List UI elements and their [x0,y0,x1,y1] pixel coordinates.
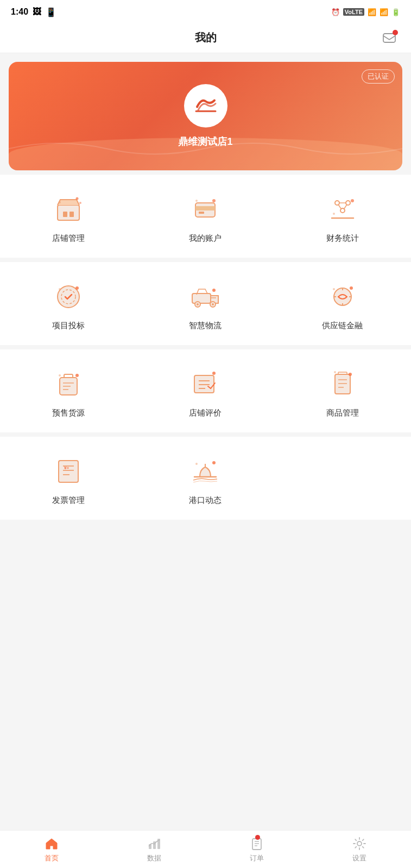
svg-rect-40 [335,374,350,394]
signal-icon: 📶 [380,8,388,16]
volte-icon: VoLTE [343,8,364,16]
svg-point-45 [334,371,336,373]
my-account-icon [187,191,224,228]
status-time: 1:40 🖼 📱 [11,7,56,17]
battery-icon: 🔋 [391,8,400,16]
svg-point-54 [195,463,198,465]
svg-point-26 [197,303,199,305]
status-phone-icon: 📱 [46,7,56,17]
goods-mgmt-label: 商品管理 [326,408,359,418]
status-img-icon: 🖼 [33,7,41,17]
menu-item-presale[interactable]: 预售货源 [0,355,137,427]
invoice-icon: ¥= [50,453,87,490]
menu-section-1: 店铺管理 我的账户 [0,175,411,258]
menu-item-shop-mgmt[interactable]: 店铺管理 [0,180,137,252]
nav-home[interactable]: 首页 [0,831,103,868]
settings-nav-icon [352,836,367,851]
svg-rect-9 [195,206,215,210]
project-bid-icon [50,278,87,315]
svg-text:¥=: ¥= [64,465,69,470]
time-display: 1:40 [11,7,28,17]
presale-icon [50,366,87,403]
svg-point-17 [351,199,354,202]
wifi-icon: 📶 [368,8,376,16]
nav-settings[interactable]: 设置 [308,831,411,868]
status-right-icons: ⏰ VoLTE 📶 📶 🔋 [331,8,400,16]
menu-section-3: 预售货源 店铺评价 [0,349,411,432]
home-nav-icon [44,836,59,851]
svg-rect-2 [58,205,79,220]
menu-grid-4: ¥= 发票管理 港口动态 [0,442,411,514]
bottom-nav: 首页 数据 订单 [0,830,411,868]
menu-section-4: ¥= 发票管理 港口动态 [0,437,411,520]
svg-point-31 [333,288,335,290]
my-account-label: 我的账户 [189,233,222,244]
shop-review-icon [187,366,224,403]
port-news-label: 港口动态 [189,495,222,506]
page-header: 我的 [0,24,411,53]
presale-label: 预售货源 [52,408,85,418]
content-area: 已认证 鼎维测试店1 [0,62,411,567]
svg-point-7 [79,202,81,204]
menu-item-project-bid[interactable]: 项目投标 [0,267,137,340]
svg-point-22 [59,288,61,290]
supply-chain-icon [324,278,361,315]
page-title: 我的 [195,31,217,43]
svg-point-27 [212,303,214,305]
logistics-icon [187,278,224,315]
svg-point-6 [76,197,79,200]
svg-point-39 [212,372,216,375]
menu-item-shop-review[interactable]: 店铺评价 [137,355,274,427]
svg-point-29 [334,288,351,305]
avatar [184,84,227,127]
svg-rect-46 [59,461,78,482]
finance-icon [324,191,361,228]
invoice-label: 发票管理 [52,495,85,506]
nav-orders-label: 订单 [250,853,264,863]
menu-item-port-news[interactable]: 港口动态 [137,442,274,514]
svg-point-34 [59,374,61,376]
brand-logo [191,91,221,121]
message-button[interactable] [378,28,400,49]
shop-review-label: 店铺评价 [189,408,222,418]
svg-point-5 [59,201,61,203]
svg-point-30 [350,286,353,290]
svg-rect-23 [192,293,211,303]
svg-point-14 [346,201,350,205]
menu-grid-1: 店铺管理 我的账户 [0,180,411,252]
nav-orders[interactable]: 订单 [206,831,308,868]
svg-rect-3 [63,212,67,217]
menu-item-my-account[interactable]: 我的账户 [137,180,274,252]
svg-point-33 [75,374,79,377]
svg-point-1 [191,91,221,121]
shop-mgmt-label: 店铺管理 [52,233,85,244]
project-bid-label: 项目投标 [52,321,85,331]
alarm-icon: ⏰ [331,8,340,16]
menu-item-finance[interactable]: 财务统计 [274,180,411,252]
menu-item-supply-chain[interactable]: 供应链金融 [274,267,411,340]
status-bar: 1:40 🖼 📱 ⏰ VoLTE 📶 📶 🔋 [0,0,411,24]
menu-item-logistics[interactable]: 智慧物流 [137,267,274,340]
svg-point-21 [75,286,79,290]
menu-item-goods-mgmt[interactable]: 商品管理 [274,355,411,427]
nav-settings-label: 设置 [352,853,366,863]
svg-point-44 [349,373,352,376]
message-dot [393,30,398,35]
svg-point-28 [212,289,216,292]
profile-card[interactable]: 已认证 鼎维测试店1 [9,62,402,170]
svg-point-11 [212,199,216,202]
menu-grid-3: 预售货源 店铺评价 [0,355,411,427]
verified-badge: 已认证 [362,69,395,84]
finance-label: 财务统计 [326,233,359,244]
nav-data-label: 数据 [147,853,161,863]
goods-mgmt-icon [324,366,361,403]
svg-rect-58 [252,839,261,850]
svg-rect-4 [69,212,74,217]
nav-data[interactable]: 数据 [103,831,205,868]
svg-point-13 [335,201,339,205]
shop-mgmt-icon [50,191,87,228]
svg-rect-10 [199,212,204,214]
menu-item-invoice[interactable]: ¥= 发票管理 [0,442,137,514]
port-news-icon [187,453,224,490]
menu-section-2: 项目投标 智慧物流 [0,262,411,345]
